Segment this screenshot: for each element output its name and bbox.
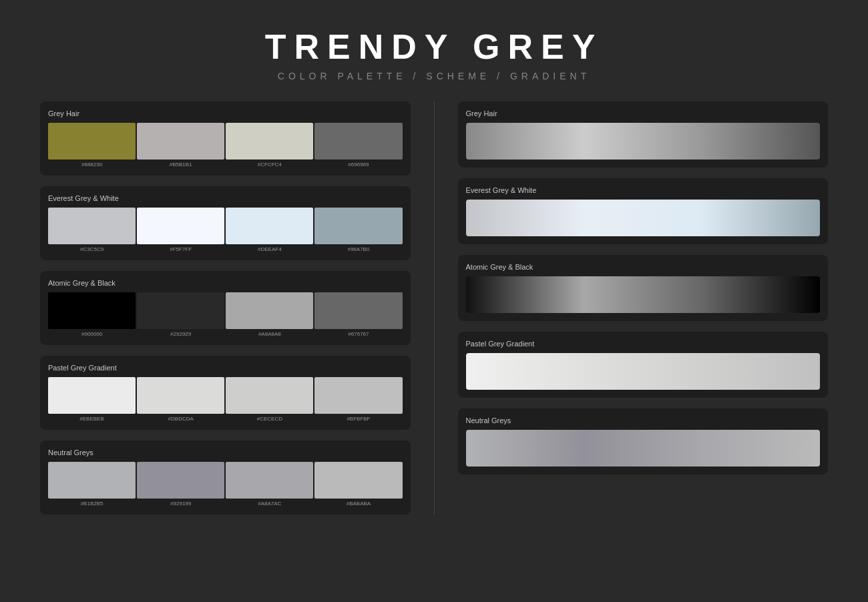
swatch-color-block (48, 292, 136, 329)
gradient-block (466, 123, 821, 160)
swatch-item: #000000 (48, 292, 136, 337)
swatch-hex-label: #CECECD (226, 416, 313, 422)
swatch-hex-label: #B5B1B1 (137, 162, 224, 168)
swatch-item: #96A7B0 (314, 208, 402, 252)
gradient-card-grey-hair-right: Grey Hair (458, 101, 829, 168)
palette-title: Everest Grey & White (48, 194, 403, 202)
palette-title: Neutral Greys (48, 448, 403, 457)
swatch-color-block (137, 377, 224, 414)
palette-title: Grey Hair (48, 109, 403, 117)
palette-card-neutral-left: Neutral Greys#B1B2B5#929199#A8A7AC#BABAB… (40, 440, 411, 515)
swatch-color-block (226, 123, 313, 160)
swatch-hex-label: #696969 (314, 162, 402, 168)
swatch-item: #A8A7AC (226, 462, 313, 507)
swatch-color-block (226, 292, 313, 329)
gradient-card-neutral-right: Neutral Greys (458, 408, 829, 475)
swatch-hex-label: #BABABA (314, 501, 402, 507)
palette-card-everest-left: Everest Grey & White#C3C5C9#F5F7FF#DEEAF… (40, 186, 411, 260)
swatch-item: #676767 (314, 292, 402, 337)
swatch-item: #CECECD (226, 377, 313, 422)
palette-title: Atomic Grey & Black (48, 279, 403, 287)
swatch-group: #000000#292929#A8A8A8#676767 (48, 292, 403, 337)
swatch-hex-label: #292929 (137, 331, 224, 337)
swatch-hex-label: #676767 (314, 331, 402, 337)
swatch-color-block (137, 123, 224, 160)
gradient-block (466, 353, 821, 390)
swatch-color-block (48, 208, 136, 244)
swatch-hex-label: #000000 (48, 331, 136, 337)
swatch-item: #DBDCDA (137, 377, 224, 422)
swatch-group: #B1B2B5#929199#A8A7AC#BABABA (48, 462, 403, 507)
swatch-hex-label: #CFCFC4 (226, 162, 313, 168)
page-title: TRENDY GREY (265, 27, 604, 67)
gradient-palette-title: Everest Grey & White (466, 186, 821, 194)
swatch-group: #C3C5C9#F5F7FF#DEEAF4#96A7B0 (48, 208, 403, 252)
swatch-color-block (48, 462, 136, 499)
palette-card-atomic-left: Atomic Grey & Black#000000#292929#A8A8A8… (40, 271, 411, 345)
gradient-block (466, 200, 821, 236)
swatch-item: #888230 (48, 123, 136, 168)
gradient-block (466, 276, 821, 313)
swatch-item: #DEEAF4 (226, 208, 313, 252)
swatch-item: #EBEBEB (48, 377, 136, 422)
swatch-color-block (226, 208, 313, 244)
gradient-block (466, 430, 821, 467)
gradient-palette-title: Pastel Grey Gradient (466, 340, 821, 348)
main-content: Grey Hair#888230#B5B1B1#CFCFC4#696969Eve… (40, 101, 828, 515)
swatch-color-block (226, 462, 313, 499)
swatch-item: #F5F7FF (137, 208, 224, 252)
swatch-item: #292929 (137, 292, 224, 337)
palette-card-pastel-left: Pastel Grey Gradient#EBEBEB#DBDCDA#CECEC… (40, 356, 411, 430)
swatch-hex-label: #929199 (137, 501, 224, 507)
swatch-hex-label: #A8A7AC (226, 501, 313, 507)
swatch-color-block (137, 292, 224, 329)
swatch-color-block (314, 123, 402, 160)
gradient-palette-title: Neutral Greys (466, 416, 821, 424)
swatch-hex-label: #B1B2B5 (48, 501, 136, 507)
swatch-hex-label: #DBDCDA (137, 416, 224, 422)
swatch-hex-label: #DEEAF4 (226, 246, 313, 252)
swatch-hex-label: #96A7B0 (314, 246, 402, 252)
swatch-item: #696969 (314, 123, 402, 168)
swatch-hex-label: #F5F7FF (137, 246, 224, 252)
gradient-card-pastel-right: Pastel Grey Gradient (458, 332, 829, 398)
swatch-item: #BABABA (314, 462, 402, 507)
page-subtitle: COLOR PALETTE / SCHEME / GRADIENT (265, 71, 604, 81)
swatch-hex-label: #C3C5C9 (48, 246, 136, 252)
swatch-item: #CFCFC4 (226, 123, 313, 168)
swatch-color-block (48, 123, 136, 160)
palette-title: Pastel Grey Gradient (48, 364, 403, 372)
page-header: TRENDY GREY COLOR PALETTE / SCHEME / GRA… (265, 27, 604, 81)
swatch-color-block (137, 462, 224, 499)
swatch-group: #888230#B5B1B1#CFCFC4#696969 (48, 123, 403, 168)
swatch-hex-label: #EBEBEB (48, 416, 136, 422)
swatch-hex-label: #888230 (48, 162, 136, 168)
swatch-color-block (314, 377, 402, 414)
swatch-hex-label: #A8A8A8 (226, 331, 313, 337)
column-divider (434, 101, 435, 515)
left-column: Grey Hair#888230#B5B1B1#CFCFC4#696969Eve… (40, 101, 411, 515)
swatch-item: #929199 (137, 462, 224, 507)
gradient-card-atomic-right: Atomic Grey & Black (458, 255, 829, 321)
swatch-item: #A8A8A8 (226, 292, 313, 337)
swatch-item: #B1B2B5 (48, 462, 136, 507)
swatch-color-block (314, 208, 402, 244)
swatch-item: #BFBFBF (314, 377, 402, 422)
palette-card-grey-hair-left: Grey Hair#888230#B5B1B1#CFCFC4#696969 (40, 101, 411, 176)
swatch-group: #EBEBEB#DBDCDA#CECECD#BFBFBF (48, 377, 403, 422)
swatch-color-block (314, 462, 402, 499)
right-column: Grey HairEverest Grey & WhiteAtomic Grey… (458, 101, 829, 515)
swatch-color-block (48, 377, 136, 414)
gradient-palette-title: Atomic Grey & Black (466, 263, 821, 271)
gradient-card-everest-right: Everest Grey & White (458, 178, 829, 244)
swatch-hex-label: #BFBFBF (314, 416, 402, 422)
swatch-color-block (137, 208, 224, 244)
swatch-color-block (314, 292, 402, 329)
swatch-item: #C3C5C9 (48, 208, 136, 252)
swatch-color-block (226, 377, 313, 414)
swatch-item: #B5B1B1 (137, 123, 224, 168)
gradient-palette-title: Grey Hair (466, 109, 821, 117)
